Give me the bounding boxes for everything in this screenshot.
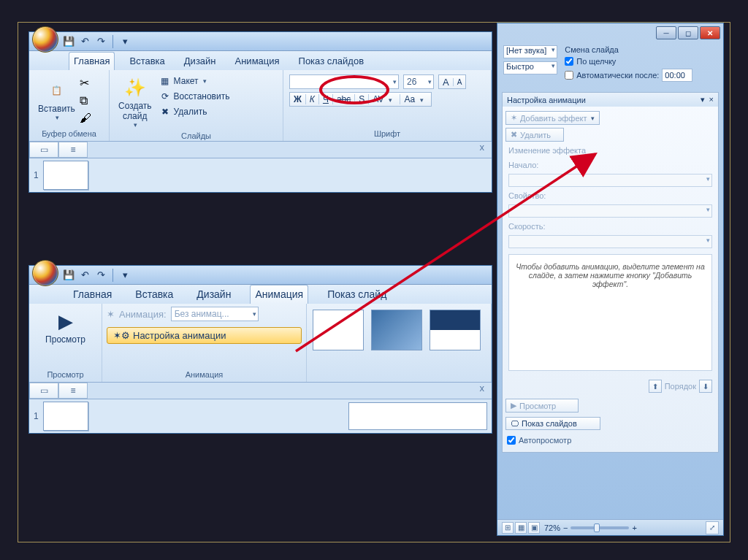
- group-font: Шрифт: [288, 128, 486, 139]
- screen-icon: 🖵: [511, 419, 519, 428]
- font-size-combo[interactable]: 26: [403, 74, 434, 89]
- titlebar: 💾 ↶ ↷ ▾: [29, 266, 492, 285]
- pane-close-icon[interactable]: x: [473, 142, 492, 158]
- grow-font-icon: A: [439, 77, 453, 88]
- order-up-button[interactable]: ⬆: [649, 380, 662, 393]
- save-icon[interactable]: 💾: [63, 36, 75, 47]
- pane-menu-icon[interactable]: ▾: [701, 95, 705, 104]
- zoom-control[interactable]: 72% − +: [544, 523, 637, 532]
- maximize-button[interactable]: ◻: [678, 26, 698, 39]
- minimize-button[interactable]: ─: [656, 26, 676, 39]
- new-slide-button[interactable]: ✨ Создать слайд▾: [114, 73, 156, 130]
- on-click-checkbox[interactable]: По щелчку: [565, 57, 717, 66]
- start-select[interactable]: [508, 174, 712, 187]
- auto-after-checkbox[interactable]: Автоматически после: 00:00: [565, 69, 717, 82]
- undo-icon[interactable]: ↶: [79, 36, 91, 47]
- speed-combo[interactable]: Быстро: [503, 61, 557, 74]
- new-slide-icon: ✨: [123, 74, 148, 101]
- zoom-in-icon[interactable]: +: [632, 523, 636, 532]
- delete-icon: ✖: [159, 106, 171, 118]
- office-button[interactable]: [32, 260, 58, 286]
- zoom-out-icon[interactable]: −: [563, 523, 568, 532]
- tab-slideshow[interactable]: Показ слайд: [323, 285, 391, 304]
- speed-select[interactable]: [508, 235, 712, 248]
- slides-tab-thumb[interactable]: ▭: [29, 142, 58, 158]
- auto-time-field[interactable]: 00:00: [662, 69, 692, 82]
- delete-button[interactable]: ✖Удалить: [156, 105, 233, 118]
- strike-button[interactable]: abc: [332, 94, 354, 104]
- ribbon: ▶ Просмотр Просмотр ✶ Анимация: Без аним…: [29, 304, 492, 383]
- preview-button[interactable]: ▶ Просмотр: [34, 307, 97, 346]
- close-button[interactable]: ✕: [700, 26, 720, 39]
- undo-icon[interactable]: ↶: [79, 269, 91, 281]
- fit-window-icon[interactable]: ⤢: [706, 521, 719, 534]
- tab-slideshow[interactable]: Показ слайдов: [294, 53, 369, 70]
- copy-icon[interactable]: ⧉: [80, 94, 91, 107]
- slide-thumbnail[interactable]: [43, 402, 88, 431]
- redo-icon[interactable]: ↷: [95, 269, 107, 281]
- hint-text: Чтобы добавить анимацию, выделите элемен…: [508, 254, 712, 371]
- status-bar: ⊞ ▦ ▣ 72% − + ⤢: [497, 519, 723, 535]
- group-animation: Анимация: [107, 369, 302, 380]
- slide-number: 1: [34, 170, 39, 180]
- gear-star-icon: ✶⚙: [113, 330, 130, 341]
- slideshow-button[interactable]: 🖵Показ слайдов: [505, 417, 600, 430]
- tab-insert[interactable]: Вставка: [131, 285, 178, 304]
- play-button[interactable]: ▶Просмотр: [505, 399, 579, 413]
- shadow-button[interactable]: S: [354, 94, 368, 104]
- tab-insert[interactable]: Вставка: [125, 53, 169, 70]
- view-normal-icon[interactable]: ⊞: [502, 522, 514, 534]
- reset-button[interactable]: ⟳Восстановить: [156, 90, 233, 103]
- pane-header: Настройка анимации ▾×: [503, 93, 718, 107]
- tab-home[interactable]: Главная: [69, 52, 115, 70]
- paste-button[interactable]: 📋 Вставить▾: [34, 73, 80, 125]
- property-select[interactable]: [508, 204, 712, 218]
- quick-access-toolbar: 💾 ↶ ↷ ▾: [63, 35, 131, 48]
- sound-combo[interactable]: [Нет звука]: [503, 45, 557, 58]
- slides-tab-outline[interactable]: ≡: [58, 142, 88, 158]
- zoom-slider[interactable]: [570, 526, 629, 529]
- qat-dropdown-icon[interactable]: ▾: [119, 36, 131, 47]
- change-case-button[interactable]: Aa▾: [400, 94, 431, 104]
- view-sorter-icon[interactable]: ▦: [515, 522, 527, 534]
- format-painter-icon[interactable]: 🖌: [80, 112, 91, 125]
- powerpoint-window-home: 💾 ↶ ↷ ▾ Главная Вставка Дизайн Анимация …: [28, 31, 492, 193]
- slides-tab-thumb[interactable]: ▭: [29, 383, 58, 399]
- star-plus-icon: ✶: [511, 113, 517, 123]
- transition-gallery[interactable]: [313, 310, 485, 350]
- underline-button[interactable]: Ч: [318, 94, 332, 104]
- bold-button[interactable]: Ж: [290, 94, 305, 104]
- animation-combo[interactable]: Без анимац...: [171, 307, 259, 321]
- pane-close-icon[interactable]: x: [473, 383, 492, 399]
- remove-effect-button[interactable]: ✖Удалить: [505, 128, 564, 142]
- autopreview-checkbox[interactable]: Автопросмотр: [505, 433, 715, 448]
- group-slides: Слайды: [114, 130, 278, 142]
- char-spacing-button[interactable]: AV▾: [368, 94, 400, 104]
- quick-access-toolbar: 💾 ↶ ↷ ▾: [63, 269, 131, 282]
- save-icon[interactable]: 💾: [63, 269, 75, 281]
- tab-animation[interactable]: Анимация: [231, 53, 284, 70]
- slides-tab-outline[interactable]: ≡: [58, 383, 88, 399]
- tab-home[interactable]: Главная: [69, 285, 116, 304]
- view-show-icon[interactable]: ▣: [528, 522, 540, 534]
- font-family-combo[interactable]: [289, 74, 399, 89]
- qat-dropdown-icon[interactable]: ▾: [119, 269, 131, 281]
- powerpoint-window-animation: 💾 ↶ ↷ ▾ Главная Вставка Дизайн Анимация …: [28, 265, 492, 434]
- pane-close-icon[interactable]: ×: [709, 95, 714, 104]
- redo-icon[interactable]: ↷: [95, 36, 107, 47]
- cut-icon[interactable]: ✂: [80, 76, 91, 90]
- slide-thumbnails: 1: [29, 158, 492, 192]
- layout-button[interactable]: ▦Макет▾: [156, 74, 233, 88]
- order-down-button[interactable]: ⬇: [699, 380, 712, 393]
- layout-icon: ▦: [159, 75, 171, 87]
- tab-animation[interactable]: Анимация: [250, 285, 308, 304]
- office-button[interactable]: [32, 26, 58, 53]
- add-effect-button[interactable]: ✶Добавить эффект▾: [505, 111, 600, 125]
- tab-design[interactable]: Дизайн: [180, 53, 221, 70]
- grow-shrink-font[interactable]: AA: [438, 74, 466, 89]
- custom-animation-button[interactable]: ✶⚙ Настройка анимации: [107, 327, 302, 344]
- tab-design[interactable]: Дизайн: [192, 285, 235, 304]
- slide-thumbnail[interactable]: [43, 161, 88, 190]
- remove-icon: ✖: [511, 130, 517, 139]
- italic-button[interactable]: К: [305, 94, 318, 104]
